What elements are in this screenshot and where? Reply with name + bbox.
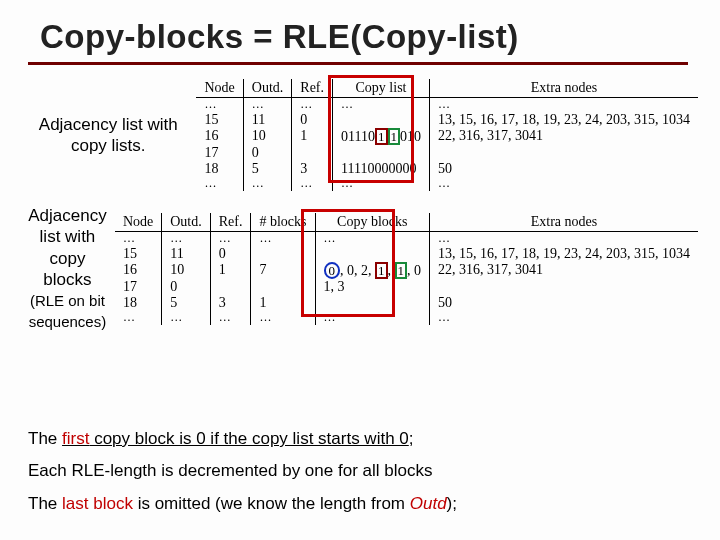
- val-red: 1: [375, 262, 388, 279]
- col-outd: Outd.: [243, 79, 292, 98]
- col-copy: Copy list: [333, 79, 430, 98]
- note-line: The first copy block is 0 if the copy li…: [28, 423, 698, 455]
- first-block-ellipse: 0: [324, 262, 341, 279]
- table-row: 18 5 3 1 50: [115, 295, 698, 311]
- note-line: Each RLE-length is decremented by one fo…: [28, 455, 698, 487]
- caption-copy-lists: Adjacency list with copy lists.: [28, 114, 196, 157]
- table-row: … … … … … …: [115, 311, 698, 325]
- caption-line: copy lists.: [71, 136, 146, 155]
- table-row: 18 5 3 11110000000 50: [196, 161, 698, 177]
- copylist-cell: 0111011010: [333, 128, 430, 145]
- table-row: … … … … …: [196, 98, 698, 112]
- bit-green: 1: [388, 128, 401, 145]
- caption-line: copy blocks: [43, 249, 91, 289]
- table-copy-blocks: Node Outd. Ref. # blocks Copy blocks Ext…: [115, 213, 698, 325]
- table-header-row: Node Outd. Ref. Copy list Extra nodes: [196, 79, 698, 98]
- block-copy-blocks: Adjacency list with copy blocks (RLE on …: [28, 205, 698, 333]
- table-header-row: Node Outd. Ref. # blocks Copy blocks Ext…: [115, 213, 698, 232]
- caption-copy-blocks: Adjacency list with copy blocks (RLE on …: [28, 205, 115, 333]
- col-extra: Extra nodes: [430, 213, 699, 232]
- val-green: 1: [395, 262, 408, 279]
- copyblocks-cell: 0, 0, 2, 1, 1, 0: [315, 262, 430, 279]
- caption-sub: (RLE on bit sequences): [29, 292, 107, 330]
- block-copy-lists: Adjacency list with copy lists. Node Out…: [28, 79, 698, 191]
- table-row: 17 0 1, 3: [115, 279, 698, 295]
- col-ref: Ref.: [292, 79, 333, 98]
- col-copyblocks: Copy blocks: [315, 213, 430, 232]
- table-row: 17 0: [196, 145, 698, 161]
- title-rule: [28, 62, 688, 65]
- caption-line: Adjacency list with: [28, 206, 106, 246]
- col-nblocks: # blocks: [251, 213, 315, 232]
- slide-title: Copy-blocks = RLE(Copy-list): [40, 18, 698, 56]
- col-extra: Extra nodes: [430, 79, 699, 98]
- table-row: 16 10 1 0111011010 22, 316, 317, 3041: [196, 128, 698, 145]
- col-node: Node: [196, 79, 243, 98]
- col-outd: Outd.: [162, 213, 211, 232]
- table-row: … … … … … …: [115, 231, 698, 245]
- table-row: … … … … …: [196, 177, 698, 191]
- caption-line: Adjacency list with: [39, 115, 178, 134]
- table-row: 16 10 1 7 0, 0, 2, 1, 1, 0 22, 316, 317,…: [115, 262, 698, 279]
- col-node: Node: [115, 213, 162, 232]
- table-row: 15 11 0 13, 15, 16, 17, 18, 19, 23, 24, …: [196, 112, 698, 128]
- table-row: 15 11 0 13, 15, 16, 17, 18, 19, 23, 24, …: [115, 246, 698, 262]
- slide: Copy-blocks = RLE(Copy-list) Adjacency l…: [0, 0, 720, 540]
- table-copy-lists: Node Outd. Ref. Copy list Extra nodes … …: [196, 79, 698, 191]
- col-ref: Ref.: [210, 213, 251, 232]
- notes: The first copy block is 0 if the copy li…: [28, 423, 698, 520]
- bit-red: 1: [375, 128, 388, 145]
- note-line: The last block is omitted (we know the l…: [28, 488, 698, 520]
